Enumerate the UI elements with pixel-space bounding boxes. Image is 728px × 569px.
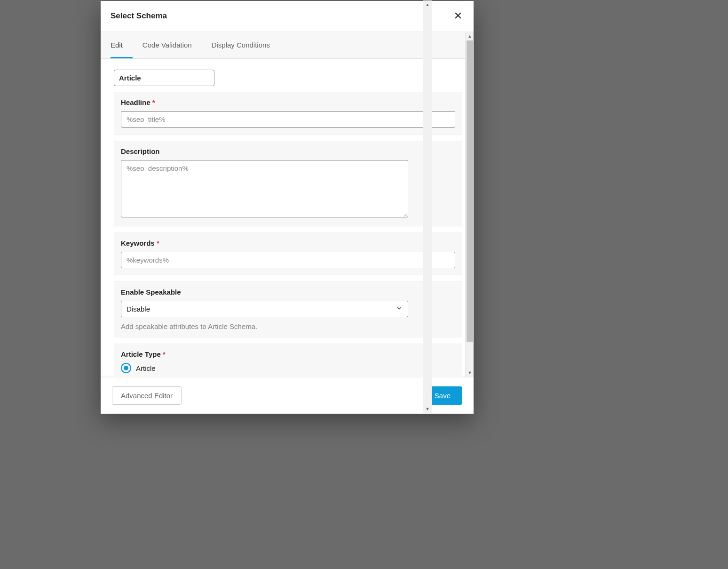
required-indicator: * xyxy=(152,98,155,106)
tabs: Edit Code Validation Display Conditions xyxy=(101,32,474,59)
close-icon xyxy=(454,11,462,21)
field-group-description: Description xyxy=(114,141,462,226)
enable-speakable-select[interactable]: Disable xyxy=(121,301,408,317)
enable-speakable-help: Add speakable attributes to Article Sche… xyxy=(121,322,455,330)
modal-body: Edit Code Validation Display Conditions … xyxy=(101,32,474,377)
scroll-up-icon[interactable]: ▲ xyxy=(423,0,432,9)
schema-modal: Select Schema Edit Code Validation Displ… xyxy=(101,1,474,414)
advanced-editor-button[interactable]: Advanced Editor xyxy=(112,386,182,405)
tab-display-conditions[interactable]: Display Conditions xyxy=(202,32,280,58)
modal-title: Select Schema xyxy=(111,11,167,21)
content-area: Headline * Description Keywords * xyxy=(101,59,474,376)
field-group-headline: Headline * xyxy=(114,92,462,135)
tab-edit[interactable]: Edit xyxy=(111,32,133,58)
required-indicator: * xyxy=(163,350,166,358)
article-type-radio-article[interactable]: Article xyxy=(121,363,455,373)
scroll-down-icon[interactable]: ▼ xyxy=(466,369,474,377)
scroll-down-icon[interactable]: ▼ xyxy=(423,405,432,413)
outer-scrollbar[interactable]: ▲ ▼ xyxy=(423,0,432,413)
scroll-thumb[interactable] xyxy=(467,40,473,342)
modal-footer: Advanced Editor Save xyxy=(101,377,474,414)
scroll-up-icon[interactable]: ▲ xyxy=(466,32,474,40)
field-group-keywords: Keywords * xyxy=(114,232,462,275)
article-type-option-label: Article xyxy=(136,364,156,372)
description-input[interactable] xyxy=(121,160,408,217)
description-label: Description xyxy=(121,147,455,155)
article-type-label: Article Type * xyxy=(121,350,455,358)
enable-speakable-select-wrap: Disable xyxy=(121,301,408,317)
headline-label: Headline * xyxy=(121,98,455,106)
modal-header: Select Schema xyxy=(101,1,474,32)
required-indicator: * xyxy=(157,239,159,247)
keywords-label: Keywords * xyxy=(121,239,455,247)
tab-code-validation[interactable]: Code Validation xyxy=(133,32,202,58)
inner-scrollbar[interactable]: ▲ ▼ xyxy=(465,32,474,377)
radio-icon xyxy=(121,363,131,373)
field-group-enable-speakable: Enable Speakable Disable Add speakable a… xyxy=(114,281,462,337)
keywords-input[interactable] xyxy=(121,252,455,268)
close-button[interactable] xyxy=(452,10,464,22)
schema-type-input[interactable] xyxy=(114,70,214,86)
radio-dot-icon xyxy=(124,366,128,370)
headline-input[interactable] xyxy=(121,111,455,128)
enable-speakable-label: Enable Speakable xyxy=(121,288,455,296)
field-group-article-type: Article Type * Article xyxy=(114,344,462,376)
